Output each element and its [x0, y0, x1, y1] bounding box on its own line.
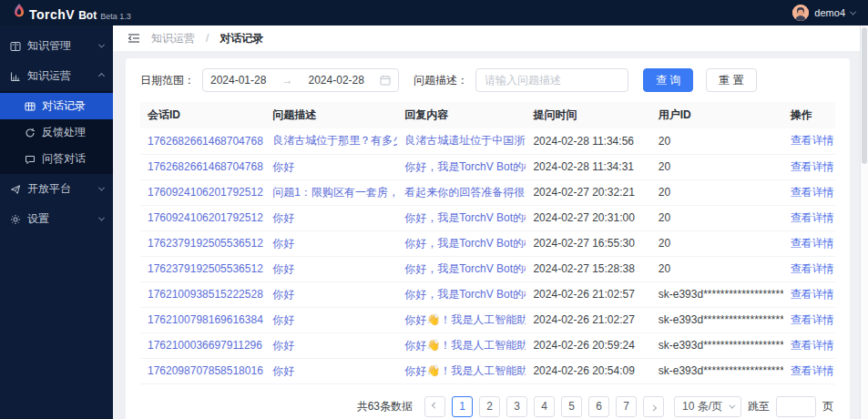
question-cell: 你好	[265, 332, 397, 358]
table-icon	[24, 100, 36, 112]
username: demo4	[814, 7, 845, 18]
time-cell: 2024-02-26 20:59:24	[526, 332, 650, 358]
user-id-cell: sk-e393d********************a2759	[651, 358, 783, 383]
pagination-total: 共63条数据	[357, 399, 413, 414]
app-title-bot: Bot	[78, 9, 97, 22]
view-details-link[interactable]: 查看详情	[791, 160, 834, 173]
table-row: 1762098707858518016 你好 你好👋！我是人工智能助手，很高兴见…	[140, 358, 835, 383]
sidebar-item-knowledge-management[interactable]: 知识管理	[0, 31, 113, 61]
chevron-down-icon	[98, 42, 105, 48]
scrollbar-thumb[interactable]	[862, 27, 867, 164]
user-id-cell: 20	[651, 128, 783, 154]
col-time: 提问时间	[526, 102, 650, 128]
chevron-down-icon	[98, 215, 105, 221]
table-row: 1762379192505536512 你好 你好，我是TorchV Bot的机…	[140, 256, 835, 281]
view-details-link[interactable]: 查看详情	[791, 237, 834, 250]
breadcrumb-parent[interactable]: 知识运营	[151, 31, 195, 46]
sidebar-item-qa-chat[interactable]: 问答对话	[0, 146, 113, 172]
reset-button[interactable]: 重 置	[706, 68, 756, 92]
sidebar-item-label: 开放平台	[27, 181, 71, 197]
question-cell: 你好	[265, 205, 397, 230]
session-id-cell: 1760924106201792512	[140, 205, 265, 230]
col-actions: 操作	[783, 102, 835, 128]
chevron-left-icon	[432, 402, 438, 408]
menu-fold-icon[interactable]	[128, 33, 140, 44]
view-details-link[interactable]: 查看详情	[791, 211, 834, 224]
reply-cell: 你好，我是TorchV Bot的机器人，欢迎...	[397, 230, 526, 256]
pagination-prev-button[interactable]	[424, 396, 445, 417]
reply-cell: 你好，我是TorchV Bot的机器人，欢迎...	[397, 205, 526, 230]
pagination: 共63条数据 1 2 3 4 5 6 7 10 条/页 跳至 页	[140, 384, 835, 419]
pagination-page-4[interactable]: 4	[534, 396, 555, 417]
date-range-picker[interactable]: 2024-01-28 → 2024-02-28	[202, 68, 399, 92]
pagination-page-6[interactable]: 6	[588, 396, 609, 417]
col-question: 问题描述	[265, 102, 397, 128]
date-range-label: 日期范围：	[140, 73, 195, 88]
avatar	[792, 5, 809, 21]
filter-row: 日期范围： 2024-01-28 → 2024-02-28 问题描述： 查 询 …	[140, 68, 835, 102]
view-details-link[interactable]: 查看详情	[791, 288, 834, 301]
question-search-input[interactable]	[475, 68, 628, 92]
table-row: 1762100036697911296 你好 你好👋！我是人工智能助手，很高兴见…	[140, 332, 835, 358]
pagination-page-5[interactable]: 5	[561, 396, 582, 417]
user-id-cell: 20	[651, 205, 783, 230]
time-cell: 2024-02-27 16:55:30	[526, 230, 650, 256]
pagination-next-button[interactable]	[643, 396, 664, 417]
main-area: 知识运营 / 对话记录 日期范围： 2024-01-28 → 2024-02-2…	[113, 26, 868, 419]
pagination-page-7[interactable]: 7	[616, 396, 637, 417]
time-cell: 2024-02-27 15:28:38	[526, 256, 650, 281]
table-row: 1762682661468704768 良渚古城位于那里？有多少年历史了 良渚古…	[140, 128, 835, 154]
sidebar-item-label: 对话记录	[42, 98, 86, 114]
reply-cell: 你好，我是TorchV Bot的机器人，欢迎...	[397, 256, 526, 281]
breadcrumb-current: 对话记录	[220, 31, 263, 46]
col-session-id: 会话ID	[140, 102, 265, 128]
view-details-link[interactable]: 查看详情	[791, 313, 834, 326]
sidebar-item-conversation-records[interactable]: 对话记录	[0, 93, 113, 119]
time-cell: 2024-02-27 20:31:00	[526, 205, 650, 230]
view-details-link[interactable]: 查看详情	[791, 339, 834, 352]
search-button[interactable]: 查 询	[643, 68, 693, 92]
col-reply: 回复内容	[397, 102, 526, 128]
sidebar-item-knowledge-operations[interactable]: 知识运营	[0, 61, 113, 91]
jump-to-page-input[interactable]	[776, 396, 816, 417]
user-menu[interactable]: demo4	[792, 5, 855, 21]
vertical-scrollbar[interactable]	[860, 26, 868, 419]
user-id-cell: sk-e393d********************a2759	[651, 332, 783, 358]
submenu-knowledge-operations: 对话记录 反馈处理 问答对话	[0, 91, 113, 174]
page-size-select[interactable]: 10 条/页	[674, 396, 741, 417]
table-header-row: 会话ID 问题描述 回复内容 提问时间 用户ID 操作	[140, 102, 835, 128]
sidebar-item-open-platform[interactable]: 开放平台	[0, 174, 113, 204]
version-badge: Beta 1.3	[100, 12, 131, 21]
session-id-cell: 1762100938515222528	[140, 281, 265, 307]
pagination-page-3[interactable]: 3	[506, 396, 527, 417]
sidebar-item-feedback-handling[interactable]: 反馈处理	[0, 119, 113, 146]
question-cell: 你好	[265, 256, 397, 281]
time-cell: 2024-02-28 11:34:56	[526, 128, 650, 154]
pagination-page-2[interactable]: 2	[479, 396, 500, 417]
chevron-down-icon	[98, 185, 105, 191]
sidebar: 知识管理 知识运营 对话记录	[0, 26, 113, 419]
question-filter-label: 问题描述：	[414, 73, 468, 88]
chevron-down-icon	[729, 402, 735, 408]
table-row: 1760924106201792512 问题1：限购区有一套房，在非限购区买..…	[140, 179, 835, 205]
gear-icon	[9, 213, 21, 225]
chevron-down-icon	[850, 8, 856, 15]
topbar: TorchV Bot Beta 1.3 demo4	[0, 0, 868, 26]
reply-cell: 你好，我是TorchV Bot的机器人，欢迎...	[397, 281, 526, 307]
chevron-up-icon	[98, 73, 105, 79]
sidebar-item-settings[interactable]: 设置	[0, 204, 113, 234]
time-cell: 2024-02-27 20:32:21	[526, 179, 650, 205]
view-details-link[interactable]: 查看详情	[791, 186, 834, 199]
user-id-cell: 20	[651, 256, 783, 281]
col-user-id: 用户ID	[651, 102, 783, 128]
sidebar-item-label: 问答对话	[42, 151, 86, 167]
book-icon	[9, 40, 21, 52]
session-id-cell: 1762682661468704768	[140, 128, 265, 154]
sidebar-item-label: 设置	[27, 211, 49, 227]
pagination-page-1[interactable]: 1	[452, 396, 473, 417]
view-details-link[interactable]: 查看详情	[791, 134, 834, 147]
breadcrumb: 知识运营 / 对话记录	[113, 26, 868, 51]
page-suffix-label: 页	[822, 399, 833, 414]
view-details-link[interactable]: 查看详情	[791, 364, 834, 377]
view-details-link[interactable]: 查看详情	[791, 262, 834, 275]
